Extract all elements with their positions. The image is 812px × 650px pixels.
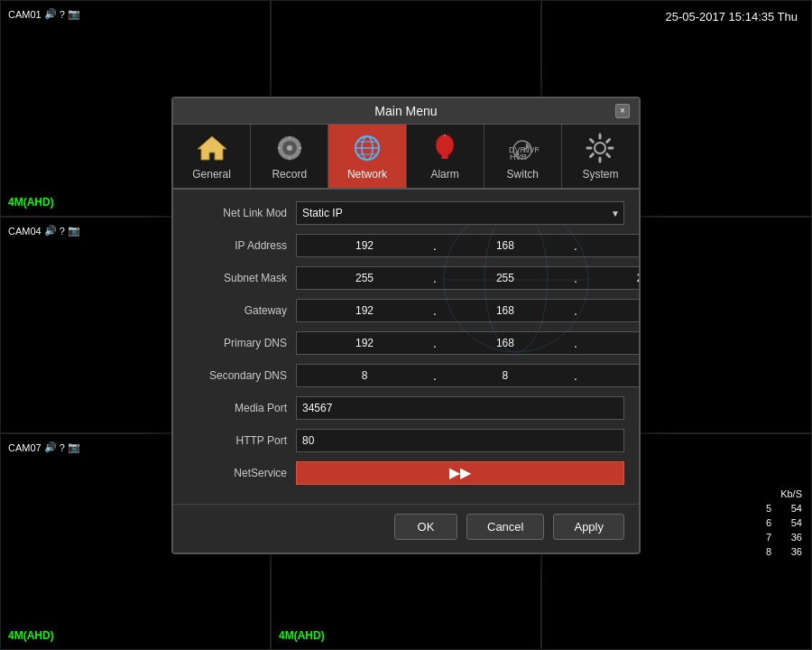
sdns-seg1[interactable]	[297, 365, 432, 386]
secondary-dns-input[interactable]: . . .	[296, 364, 639, 387]
svg-line-26	[591, 139, 594, 142]
record-tab-label: Record	[272, 168, 307, 181]
primary-dns-input[interactable]: . . .	[296, 331, 639, 355]
subnet-seg1[interactable]	[297, 267, 432, 289]
svg-marker-0	[198, 136, 226, 160]
svg-point-3	[287, 145, 292, 151]
svg-line-27	[607, 153, 610, 156]
network-tab-icon	[349, 132, 385, 164]
subnet-mask-row: Subnet Mask . . .	[188, 265, 624, 291]
secondary-dns-row: Secondary DNS . . .	[188, 363, 624, 388]
menu-tabs: General Record	[173, 125, 639, 190]
record-tab-icon	[272, 132, 308, 164]
record-icon	[273, 133, 306, 163]
house-icon	[196, 133, 228, 163]
pdns-seg2[interactable]	[438, 332, 573, 354]
cancel-button[interactable]: Cancel	[466, 514, 544, 540]
dialog-buttons: OK Cancel Apply	[173, 504, 639, 552]
system-icon	[584, 133, 616, 163]
switch-tab-label: Switch	[507, 168, 539, 181]
alarm-tab-icon	[427, 132, 463, 164]
apply-button[interactable]: Apply	[553, 514, 624, 540]
net-link-mod-select-wrapper[interactable]: Static IP DHCP PPPoE ▼	[296, 201, 624, 225]
gw-seg2[interactable]	[438, 300, 573, 321]
svg-point-13	[436, 135, 454, 156]
gw-seg3[interactable]	[578, 300, 639, 321]
close-button[interactable]: ×	[615, 104, 630, 118]
ip-address-input[interactable]: . . .	[296, 234, 639, 257]
system-tab-icon	[582, 132, 618, 164]
network-form: Net Link Mod Static IP DHCP PPPoE ▼ IP A…	[173, 190, 639, 504]
dialog-title: Main Menu	[374, 104, 437, 118]
gateway-input[interactable]: . . .	[296, 299, 639, 322]
ok-button[interactable]: OK	[394, 514, 457, 540]
pdns-seg3[interactable]	[578, 332, 639, 354]
ip-seg3[interactable]	[578, 235, 639, 256]
primary-dns-row: Primary DNS . . .	[188, 330, 624, 356]
secondary-dns-label: Secondary DNS	[188, 369, 296, 382]
sdns-seg2[interactable]	[438, 365, 573, 386]
tab-record[interactable]: Record	[251, 125, 328, 188]
alarm-icon	[429, 133, 461, 163]
ip-seg1[interactable]	[297, 235, 432, 256]
subnet-mask-label: Subnet Mask	[188, 272, 296, 284]
media-port-input[interactable]	[296, 396, 624, 420]
primary-dns-label: Primary DNS	[188, 337, 296, 349]
net-link-mod-row: Net Link Mod Static IP DHCP PPPoE ▼	[188, 200, 624, 226]
http-port-row: HTTP Port	[188, 428, 624, 453]
dialog-overlay: Main Menu × General	[0, 0, 812, 650]
subnet-seg2[interactable]	[438, 267, 573, 289]
switch-tab-icon: DVR NVR HVR	[504, 132, 540, 164]
ip-address-label: IP Address	[188, 239, 296, 252]
media-port-label: Media Port	[188, 402, 296, 414]
subnet-mask-input[interactable]: . . .	[296, 266, 639, 290]
tab-system[interactable]: System	[562, 125, 639, 188]
general-tab-icon	[194, 132, 230, 164]
alarm-tab-label: Alarm	[430, 168, 458, 181]
http-port-input[interactable]	[296, 429, 624, 452]
net-service-row: NetService ▶▶	[188, 460, 624, 486]
gateway-row: Gateway . . .	[188, 298, 624, 323]
sdns-seg3[interactable]	[578, 365, 639, 386]
ip-address-row: IP Address . . .	[188, 233, 624, 258]
switch-icon: DVR NVR HVR	[506, 133, 539, 163]
network-tab-label: Network	[347, 168, 387, 181]
svg-point-20	[595, 143, 605, 153]
network-icon	[351, 133, 383, 163]
tab-network[interactable]: Network	[328, 125, 406, 188]
pdns-seg1[interactable]	[297, 332, 432, 354]
tab-general[interactable]: General	[173, 125, 251, 188]
media-port-row: Media Port	[188, 395, 624, 421]
general-tab-label: General	[192, 168, 231, 181]
net-link-mod-select[interactable]: Static IP DHCP PPPoE	[296, 201, 624, 225]
net-service-play-icon: ▶▶	[449, 464, 471, 481]
gw-seg1[interactable]	[297, 300, 432, 321]
system-tab-label: System	[582, 168, 618, 181]
gateway-label: Gateway	[188, 304, 296, 317]
svg-rect-14	[441, 155, 448, 159]
main-menu-dialog: Main Menu × General	[171, 97, 641, 554]
ip-seg2[interactable]	[438, 235, 573, 256]
dialog-title-bar: Main Menu ×	[173, 98, 639, 125]
svg-line-28	[607, 139, 610, 142]
net-service-button[interactable]: ▶▶	[296, 461, 624, 485]
net-link-mod-label: Net Link Mod	[188, 207, 296, 219]
http-port-label: HTTP Port	[188, 434, 296, 447]
tab-alarm[interactable]: Alarm	[407, 125, 484, 188]
tab-switch[interactable]: DVR NVR HVR Switch	[484, 125, 562, 188]
svg-line-29	[591, 153, 594, 156]
subnet-seg3[interactable]	[578, 267, 639, 289]
net-service-label: NetService	[188, 467, 296, 479]
